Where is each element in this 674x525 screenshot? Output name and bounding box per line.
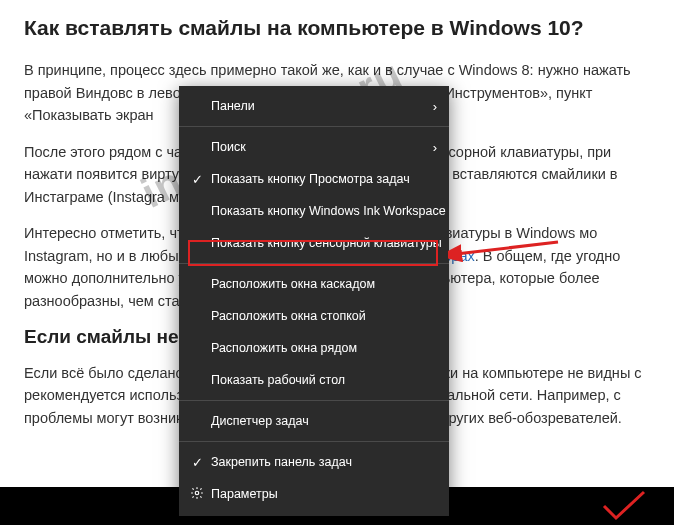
menu-item-task-manager[interactable]: Диспетчер задач — [179, 405, 449, 437]
chevron-right-icon: › — [423, 140, 437, 155]
menu-separator — [179, 263, 449, 264]
menu-item-lock-taskbar[interactable]: ✓ Закрепить панель задач — [179, 446, 449, 478]
menu-item-settings[interactable]: Параметры — [179, 478, 449, 510]
menu-item-touch-keyboard[interactable]: Показать кнопку сенсорной клавиатуры — [179, 227, 449, 259]
menu-item-ink-workspace[interactable]: Показать кнопку Windows Ink Workspace — [179, 195, 449, 227]
check-icon: ✓ — [187, 455, 207, 470]
check-icon: ✓ — [187, 172, 207, 187]
menu-item-show-desktop[interactable]: Показать рабочий стол — [179, 364, 449, 396]
chevron-right-icon: › — [423, 99, 437, 114]
svg-point-0 — [195, 491, 199, 495]
menu-separator — [179, 400, 449, 401]
menu-item-stack[interactable]: Расположить окна стопкой — [179, 300, 449, 332]
taskbar-context-menu: Панели › Поиск › ✓ Показать кнопку Просм… — [179, 86, 449, 516]
menu-item-cascade[interactable]: Расположить окна каскадом — [179, 268, 449, 300]
menu-item-search[interactable]: Поиск › — [179, 131, 449, 163]
menu-item-panels[interactable]: Панели › — [179, 90, 449, 122]
menu-item-taskview[interactable]: ✓ Показать кнопку Просмотра задач — [179, 163, 449, 195]
menu-separator — [179, 441, 449, 442]
menu-item-sidebyside[interactable]: Расположить окна рядом — [179, 332, 449, 364]
menu-separator — [179, 126, 449, 127]
gear-icon — [187, 486, 207, 503]
page-title: Как вставлять смайлы на компьютере в Win… — [24, 14, 650, 41]
